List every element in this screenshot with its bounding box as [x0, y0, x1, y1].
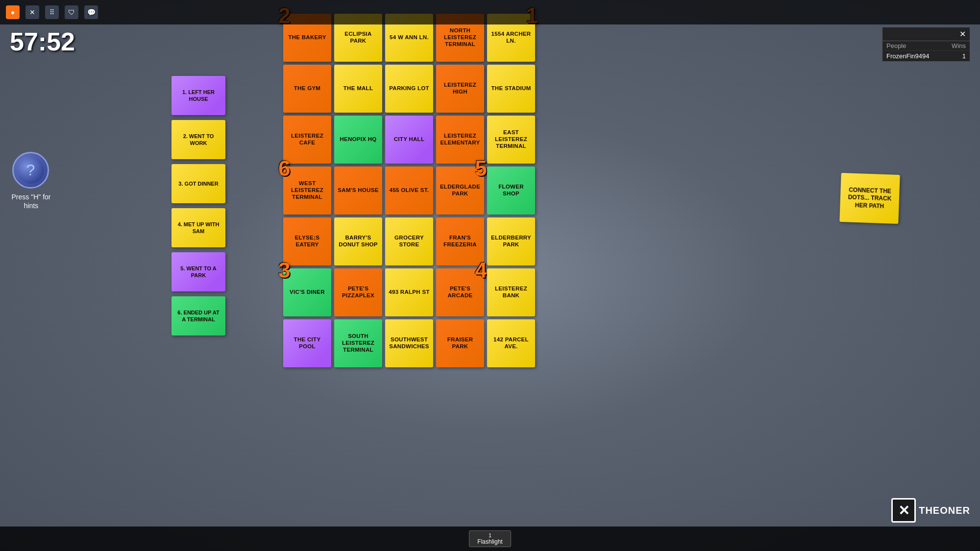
- bottom-bar: 1 Flashlight: [0, 527, 980, 551]
- game-timer: 57:52: [10, 27, 75, 56]
- connect-dots-note: Connect The Dots... Track Her Path: [839, 173, 900, 224]
- clue-5-text: 5. Went To A Park: [175, 265, 221, 279]
- theoner-logo: ✕ THEONER: [891, 498, 970, 523]
- flashlight-count: 1: [489, 532, 491, 538]
- clue-5[interactable]: 5. Went To A Park: [172, 252, 225, 291]
- people-panel-row: FrozenFin9494 1: [882, 51, 970, 61]
- location-the-stadium[interactable]: The Stadium: [487, 65, 535, 113]
- location-parking-lot[interactable]: Parking Lot: [385, 65, 433, 113]
- close-icon[interactable]: ✕: [25, 5, 39, 19]
- location-leisterez-high[interactable]: Leisterez High: [436, 65, 484, 113]
- location-493-ralph-st[interactable]: 493 Ralph St: [385, 268, 433, 316]
- theoner-x-icon: ✕: [891, 498, 916, 523]
- col-wins: Wins: [952, 42, 966, 49]
- help-button[interactable]: ?: [12, 152, 49, 189]
- location-142-parcel-ave[interactable]: 142 Parcel Ave.: [487, 319, 535, 367]
- location-fraiser-park[interactable]: Fraiser Park: [436, 319, 484, 367]
- clue-2-text: 2. Went To Work: [175, 133, 221, 147]
- location-southwest-sandwiches[interactable]: Southwest Sandwiches: [385, 319, 433, 367]
- col-people: People: [886, 42, 906, 49]
- clue-6[interactable]: 6. Ended Up At A Terminal: [172, 296, 225, 335]
- clue-6-text: 6. Ended Up At A Terminal: [175, 309, 221, 323]
- people-panel-header: ✕: [882, 27, 970, 41]
- location-henopix-hq[interactable]: Henopix HQ: [334, 116, 382, 164]
- people-panel: ✕ People Wins FrozenFin9494 1: [882, 27, 970, 62]
- location-south-leisterez-terminal[interactable]: South Leisterez Terminal: [334, 319, 382, 367]
- location-east-leisterez-terminal[interactable]: East Leisterez Terminal: [487, 116, 535, 164]
- location-petes-pizzaplex[interactable]: Pete's Pizzaplex: [334, 268, 382, 316]
- grid-icon[interactable]: ⠿: [45, 5, 59, 19]
- people-panel-columns: People Wins: [882, 41, 970, 51]
- flashlight-label: Flashlight: [477, 538, 502, 545]
- location-city-hall[interactable]: City Hall: [385, 116, 433, 164]
- location-sams-house[interactable]: Sam's House: [334, 167, 382, 215]
- people-panel-close[interactable]: ✕: [959, 29, 966, 39]
- player-name: FrozenFin9494: [886, 52, 929, 60]
- hint-text: Press "H" for hints: [8, 192, 54, 210]
- number-5: 5: [475, 158, 487, 179]
- clues-container: 1. Left Her House 2. Went To Work 3. Got…: [172, 76, 225, 335]
- top-bar: ● ✕ ⠿ 🛡 💬: [0, 0, 980, 24]
- number-6: 6: [278, 158, 291, 179]
- location-grid: 2 The Bakery Eclipsia Park 54 W Ann Ln. …: [283, 14, 535, 367]
- roblox-icon[interactable]: ●: [6, 5, 20, 19]
- clue-1[interactable]: 1. Left Her House: [172, 76, 225, 115]
- location-455-olive-st[interactable]: 455 Olive St.: [385, 167, 433, 215]
- location-leisterez-bank[interactable]: Leisterez Bank: [487, 268, 535, 316]
- number-4: 4: [475, 260, 487, 281]
- chat-icon[interactable]: 💬: [84, 5, 98, 19]
- location-the-gym[interactable]: The Gym: [283, 65, 331, 113]
- location-vics-diner[interactable]: 3 Vic's Diner: [283, 268, 331, 316]
- shield-icon[interactable]: 🛡: [65, 5, 78, 19]
- location-flower-shop[interactable]: Flower Shop: [487, 167, 535, 215]
- location-grocery-store[interactable]: Grocery Store: [385, 217, 433, 265]
- location-petes-arcade[interactable]: 4 Pete's Arcade: [436, 268, 484, 316]
- question-mark-icon: ?: [17, 157, 44, 184]
- theoner-text: THEONER: [919, 505, 970, 516]
- location-elderberry-park[interactable]: Elderberry Park: [487, 217, 535, 265]
- clue-4-text: 4. Met Up With Sam: [175, 221, 221, 235]
- clue-3-text: 3. Got Dinner: [178, 180, 218, 187]
- flashlight-item[interactable]: 1 Flashlight: [469, 530, 511, 547]
- number-3: 3: [278, 260, 291, 281]
- clue-2[interactable]: 2. Went To Work: [172, 120, 225, 159]
- clue-3[interactable]: 3. Got Dinner: [172, 164, 225, 203]
- location-the-city-pool[interactable]: The City Pool: [283, 319, 331, 367]
- clue-4[interactable]: 4. Met Up With Sam: [172, 208, 225, 247]
- location-barrys-donut-shop[interactable]: Barry's Donut Shop: [334, 217, 382, 265]
- location-west-leisterez-terminal[interactable]: 6 West Leisterez Terminal: [283, 167, 331, 215]
- location-the-mall[interactable]: The Mall: [334, 65, 382, 113]
- location-elderglade-park[interactable]: 5 Elderglade Park: [436, 167, 484, 215]
- player-wins: 1: [962, 52, 966, 60]
- clue-1-text: 1. Left Her House: [175, 89, 221, 103]
